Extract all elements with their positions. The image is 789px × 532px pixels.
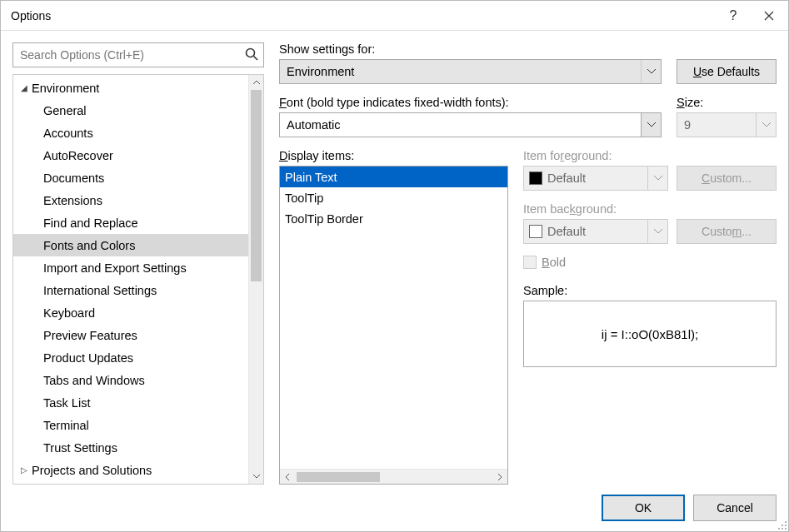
font-value: Automatic bbox=[287, 118, 340, 132]
svg-point-3 bbox=[785, 525, 787, 526]
color-column: Item foreground: Default Custom... Item … bbox=[523, 149, 777, 485]
tree-item-trust-settings[interactable]: Trust Settings bbox=[13, 436, 248, 459]
display-item[interactable]: ToolTip bbox=[280, 187, 507, 208]
tree-expanded-icon: ◢ bbox=[18, 83, 30, 92]
display-items-list: Plain TextToolTipToolTip Border bbox=[280, 167, 507, 469]
tree-item-product-updates[interactable]: Product Updates bbox=[13, 346, 248, 369]
chevron-down-icon bbox=[647, 167, 667, 190]
font-row: Font (bold type indicates fixed-width fo… bbox=[279, 96, 777, 137]
chevron-left-icon bbox=[285, 474, 290, 480]
chevron-down-icon bbox=[641, 60, 661, 83]
svg-point-5 bbox=[782, 528, 783, 530]
font-combo[interactable]: Automatic bbox=[279, 112, 662, 137]
color-swatch-icon bbox=[529, 225, 542, 238]
size-combo[interactable]: 9 bbox=[677, 112, 777, 137]
background-combo[interactable]: Default bbox=[523, 219, 668, 244]
tree-collapsed-icon: ▷ bbox=[18, 465, 30, 475]
search-input[interactable] bbox=[12, 42, 264, 67]
svg-point-1 bbox=[785, 521, 787, 523]
svg-point-0 bbox=[247, 49, 255, 57]
bold-label: Bold bbox=[542, 256, 566, 269]
chevron-down-icon bbox=[647, 220, 667, 243]
tree-environment[interactable]: ◢Environment bbox=[13, 77, 248, 99]
tree-item-keyboard[interactable]: Keyboard bbox=[13, 301, 248, 324]
scroll-right-arrow[interactable] bbox=[492, 474, 507, 480]
tree-item-general[interactable]: General bbox=[13, 99, 248, 122]
dialog-footer: OK Cancel bbox=[1, 485, 788, 531]
background-value: Default bbox=[547, 225, 586, 238]
display-items-listbox[interactable]: Plain TextToolTipToolTip Border bbox=[279, 166, 508, 485]
tree-item-tabs-and-windows[interactable]: Tabs and Windows bbox=[13, 369, 248, 391]
ok-button[interactable]: OK bbox=[602, 495, 685, 521]
svg-point-4 bbox=[778, 528, 780, 530]
tree-item-autorecover[interactable]: AutoRecover bbox=[13, 144, 248, 167]
color-swatch-icon bbox=[529, 172, 542, 185]
show-settings-label: Show settings for: bbox=[279, 42, 662, 56]
use-defaults-button[interactable]: Use Defaults bbox=[677, 59, 777, 84]
listbox-hscrollbar[interactable] bbox=[280, 469, 507, 484]
tree-item-preview-features[interactable]: Preview Features bbox=[13, 324, 248, 346]
bold-checkbox[interactable] bbox=[523, 256, 537, 269]
size-value: 9 bbox=[684, 118, 691, 132]
background-custom-button[interactable]: Custom... bbox=[677, 219, 777, 244]
bold-row: Bold bbox=[523, 256, 777, 269]
tree-item-international-settings[interactable]: International Settings bbox=[13, 279, 248, 301]
options-dialog: Options ? ◢EnvironmentGeneralAccountsAut… bbox=[0, 0, 789, 532]
sample-label: Sample: bbox=[523, 284, 777, 297]
sample-text: ij = I::oO(0xB81l); bbox=[602, 327, 698, 341]
foreground-custom-button[interactable]: Custom... bbox=[677, 166, 777, 191]
close-button[interactable] bbox=[750, 1, 788, 31]
options-tree[interactable]: ◢EnvironmentGeneralAccountsAutoRecoverDo… bbox=[13, 75, 248, 484]
display-item[interactable]: ToolTip Border bbox=[280, 208, 507, 229]
tree-item-find-and-replace[interactable]: Find and Replace bbox=[13, 211, 248, 234]
display-item[interactable]: Plain Text bbox=[280, 167, 507, 187]
search-wrap bbox=[12, 42, 264, 67]
dialog-body: ◢EnvironmentGeneralAccountsAutoRecoverDo… bbox=[1, 31, 788, 485]
search-icon bbox=[244, 47, 259, 62]
tree-item-documents[interactable]: Documents bbox=[13, 167, 248, 189]
hscroll-thumb[interactable] bbox=[297, 472, 380, 482]
item-background-label: Item background: bbox=[523, 202, 777, 216]
chevron-right-icon bbox=[497, 474, 502, 480]
tree-item-task-list[interactable]: Task List bbox=[13, 391, 248, 414]
tree-item-terminal[interactable]: Terminal bbox=[13, 414, 248, 436]
resize-grip-icon[interactable] bbox=[776, 519, 787, 530]
tree-item-fonts-and-colors[interactable]: Fonts and Colors bbox=[13, 234, 248, 256]
tree-scrollbar[interactable] bbox=[248, 75, 263, 484]
window-title: Options bbox=[11, 9, 717, 22]
item-foreground-label: Item foreground: bbox=[523, 149, 777, 162]
chevron-down-icon bbox=[641, 113, 661, 137]
help-button[interactable]: ? bbox=[717, 1, 750, 31]
background-row: Default Custom... bbox=[523, 219, 777, 244]
svg-point-6 bbox=[785, 528, 787, 530]
middle-columns: Display items: Plain TextToolTipToolTip … bbox=[279, 149, 777, 485]
titlebar: Options ? bbox=[1, 1, 788, 31]
svg-point-2 bbox=[782, 525, 783, 526]
foreground-row: Default Custom... bbox=[523, 166, 777, 191]
right-pane: Show settings for: Environment Use Defau… bbox=[279, 42, 777, 485]
sample-box: ij = I::oO(0xB81l); bbox=[523, 301, 777, 367]
scroll-down-arrow[interactable] bbox=[249, 469, 263, 484]
chevron-down-icon bbox=[756, 113, 776, 137]
scroll-up-arrow[interactable] bbox=[249, 75, 263, 90]
show-settings-combo[interactable]: Environment bbox=[279, 59, 662, 84]
show-settings-value: Environment bbox=[287, 65, 354, 78]
close-icon bbox=[764, 11, 774, 21]
tree-item-import-and-export-settings[interactable]: Import and Export Settings bbox=[13, 256, 248, 279]
options-tree-wrap: ◢EnvironmentGeneralAccountsAutoRecoverDo… bbox=[12, 74, 264, 485]
scroll-left-arrow[interactable] bbox=[280, 474, 295, 480]
chevron-up-icon bbox=[253, 80, 260, 85]
show-settings-row: Show settings for: Environment Use Defau… bbox=[279, 42, 777, 84]
scroll-thumb[interactable] bbox=[251, 90, 262, 281]
foreground-combo[interactable]: Default bbox=[523, 166, 668, 191]
tree-item-extensions[interactable]: Extensions bbox=[13, 189, 248, 211]
font-label: Font (bold type indicates fixed-width fo… bbox=[279, 96, 662, 109]
size-label: Size: bbox=[677, 96, 777, 109]
tree-projects-and-solutions[interactable]: ▷Projects and Solutions bbox=[13, 459, 248, 481]
left-pane: ◢EnvironmentGeneralAccountsAutoRecoverDo… bbox=[12, 42, 264, 485]
display-items-label: Display items: bbox=[279, 149, 508, 162]
cancel-button[interactable]: Cancel bbox=[693, 495, 777, 521]
foreground-value: Default bbox=[547, 172, 586, 185]
tree-item-accounts[interactable]: Accounts bbox=[13, 122, 248, 144]
chevron-down-icon bbox=[253, 474, 260, 479]
